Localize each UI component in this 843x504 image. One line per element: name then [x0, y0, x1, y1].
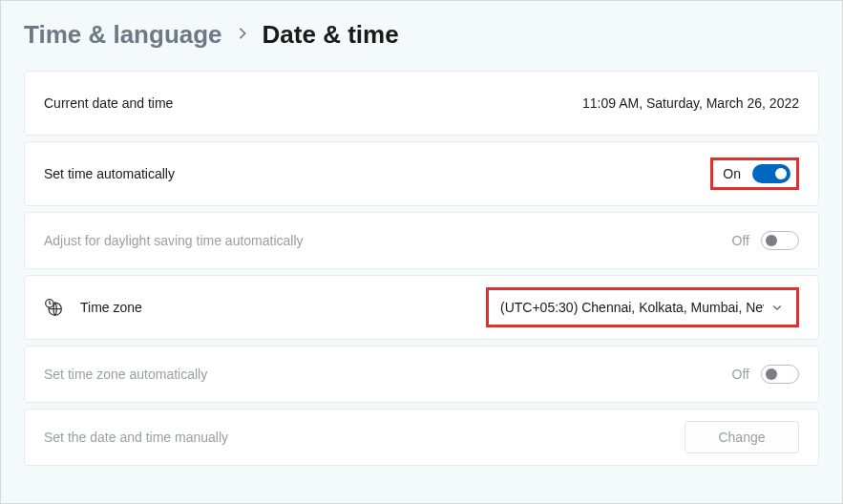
row-set-tz-auto: Set time zone automatically Off: [24, 346, 819, 403]
row-set-manual: Set the date and time manually Change: [24, 409, 819, 466]
change-button: Change: [685, 421, 799, 453]
toggle-state-text: Off: [732, 367, 749, 382]
chevron-down-icon: [771, 301, 785, 314]
chevron-right-icon: [236, 25, 249, 45]
globe-clock-icon: [44, 298, 63, 317]
set-time-auto-toggle[interactable]: [752, 164, 790, 183]
current-datetime-value: 11:09 AM, Saturday, March 26, 2022: [582, 95, 799, 111]
change-button-label: Change: [718, 430, 765, 445]
toggle-state-text: Off: [732, 233, 749, 248]
set-tz-auto-label: Set time zone automatically: [44, 367, 207, 382]
highlight-box: On: [710, 158, 799, 190]
row-current-datetime: Current date and time 11:09 AM, Saturday…: [24, 71, 819, 136]
timezone-label: Time zone: [80, 300, 142, 315]
toggle-state-text: On: [723, 166, 741, 181]
row-set-time-auto: Set time automatically On: [24, 141, 819, 206]
breadcrumb: Time & language Date & time: [24, 20, 819, 50]
row-dst: Adjust for daylight saving time automati…: [24, 212, 819, 269]
row-timezone: Time zone (UTC+05:30) Chennai, Kolkata, …: [24, 275, 819, 340]
breadcrumb-parent[interactable]: Time & language: [24, 20, 222, 50]
current-datetime-label: Current date and time: [44, 95, 173, 111]
timezone-selected-value: (UTC+05:30) Chennai, Kolkata, Mumbai, Ne…: [500, 300, 764, 315]
page-title: Date & time: [263, 20, 399, 50]
timezone-select[interactable]: (UTC+05:30) Chennai, Kolkata, Mumbai, Ne…: [486, 287, 799, 327]
set-tz-auto-toggle: [761, 365, 799, 384]
set-time-auto-label: Set time automatically: [44, 166, 175, 181]
dst-label: Adjust for daylight saving time automati…: [44, 233, 304, 248]
set-manual-label: Set the date and time manually: [44, 430, 228, 445]
dst-toggle: [761, 231, 799, 250]
